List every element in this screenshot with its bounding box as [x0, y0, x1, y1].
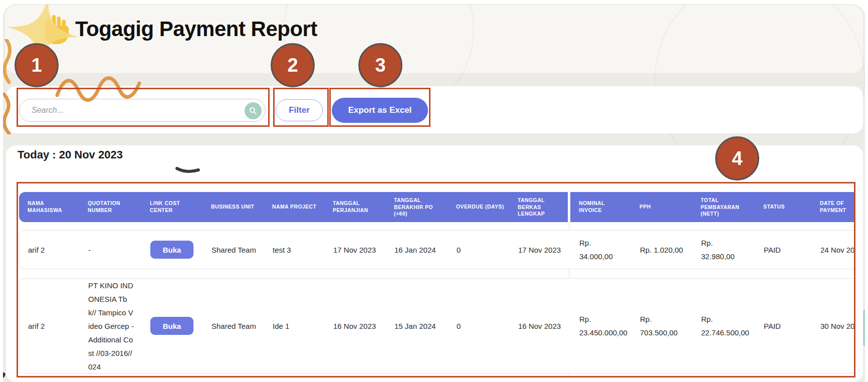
- today-label: Today : 20 Nov 2023: [18, 148, 123, 161]
- squiggle-left-decoration: [3, 39, 14, 134]
- ink-tick-decoration: [175, 165, 201, 175]
- annotation-box-table: [17, 182, 855, 377]
- app-page: Togagig Payment Report Filter Export as …: [3, 4, 865, 382]
- page-title: Togagig Payment Report: [75, 17, 317, 41]
- annotation-box-search: [17, 88, 270, 127]
- ink-dot-decoration: [3, 372, 6, 378]
- annotation-marker-2: 2: [271, 43, 315, 87]
- annotation-marker-1: 1: [15, 43, 59, 87]
- annotation-box-filter: [273, 88, 329, 127]
- annotation-marker-4: 4: [715, 136, 759, 180]
- annotation-marker-3: 3: [358, 43, 402, 87]
- annotation-box-export: [329, 88, 430, 127]
